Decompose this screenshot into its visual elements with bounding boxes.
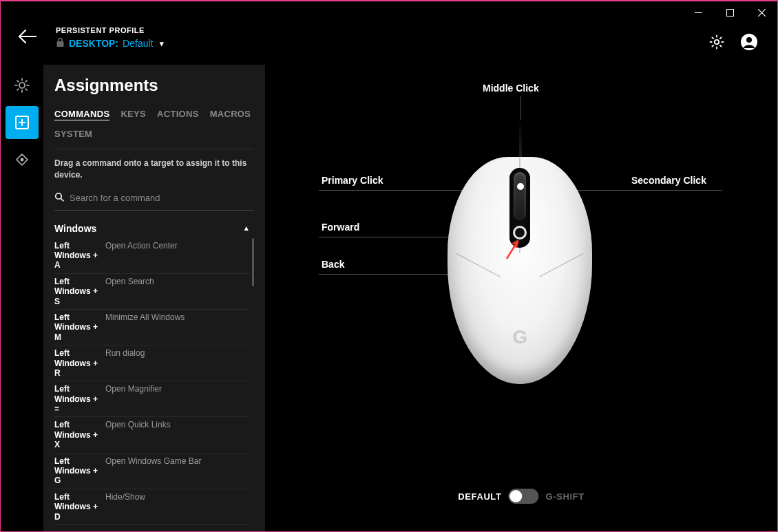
svg-rect-0 [695, 12, 702, 13]
command-item[interactable]: Left Windows + GOpen Windows Game Bar [54, 454, 250, 489]
profile-label: PERSISTENT PROFILE [56, 26, 777, 34]
tab-system[interactable]: SYSTEM [54, 129, 92, 139]
profile-name: Default [123, 38, 153, 49]
app-header: PERSISTENT PROFILE DESKTOP: Default ▾ [1, 23, 777, 65]
chevron-down-icon: ▾ [160, 39, 164, 48]
account-button[interactable] [740, 33, 758, 51]
toggle-switch[interactable] [508, 489, 538, 504]
svg-point-5 [746, 37, 752, 43]
gshift-toggle: DEFAULT G-SHIFT [458, 489, 584, 504]
search-input[interactable] [70, 193, 254, 203]
annotation-arrow [503, 235, 523, 264]
label-primary-click[interactable]: Primary Click [322, 175, 383, 186]
command-item[interactable]: Left Windows + DHide/Show [54, 489, 250, 525]
rail-lighting[interactable] [6, 69, 39, 102]
profile-selector[interactable]: DESKTOP: Default ▾ [56, 37, 777, 50]
toggle-label-gshift: G-SHIFT [545, 491, 584, 502]
command-item[interactable]: Left Windows + RRun dialog [54, 345, 250, 381]
svg-rect-1 [726, 9, 733, 16]
callout-line [319, 274, 458, 275]
section-header[interactable]: Windows ▴ [54, 220, 254, 238]
rail-sensitivity[interactable] [6, 143, 39, 176]
settings-button[interactable] [708, 34, 725, 50]
lock-icon [56, 37, 65, 50]
header-actions [708, 33, 758, 51]
command-item[interactable]: Left Windows + MMinimize All Windows [54, 310, 250, 345]
label-forward[interactable]: Forward [322, 222, 359, 233]
panel-title: Assignments [54, 76, 254, 95]
maximize-button[interactable] [714, 1, 746, 23]
close-button[interactable] [746, 1, 777, 23]
search-bar [54, 189, 254, 211]
marker-middle[interactable] [517, 183, 524, 190]
main-area: Assignments COMMANDS KEYS ACTIONS MACROS… [1, 65, 777, 531]
minimize-button[interactable] [682, 1, 714, 23]
tab-macros[interactable]: MACROS [210, 109, 251, 119]
command-item[interactable]: Left Windows + XOpen Quick Links [54, 417, 250, 453]
callout-line [319, 237, 458, 237]
label-secondary-click[interactable]: Secondary Click [631, 175, 706, 186]
command-item[interactable]: Left Windows + SOpen Search [54, 274, 250, 310]
callout-line [521, 96, 521, 120]
panel-hint: Drag a command onto a target to assign i… [54, 158, 254, 181]
mouse-cable [519, 120, 522, 158]
command-list[interactable]: Left Windows + AOpen Action Center Left … [54, 238, 254, 531]
svg-point-6 [19, 83, 25, 88]
search-icon [54, 192, 64, 204]
app-window: PERSISTENT PROFILE DESKTOP: Default ▾ [0, 0, 778, 532]
logitech-logo: G [513, 326, 527, 348]
assignments-panel: Assignments COMMANDS KEYS ACTIONS MACROS… [43, 65, 265, 531]
section-title: Windows [54, 223, 96, 234]
scroll-wheel[interactable] [514, 172, 526, 220]
label-middle-click[interactable]: Middle Click [483, 83, 539, 94]
chevron-up-icon: ▴ [244, 224, 249, 233]
panel-tabs: COMMANDS KEYS ACTIONS MACROS SYSTEM [54, 109, 254, 149]
window-titlebar [1, 1, 777, 23]
svg-point-3 [715, 40, 719, 44]
side-rail [1, 65, 43, 531]
tab-commands[interactable]: COMMANDS [54, 109, 109, 119]
toggle-label-default: DEFAULT [458, 491, 501, 502]
mouse-illustration: G [448, 157, 592, 384]
label-back[interactable]: Back [322, 259, 344, 270]
command-item[interactable]: Left Windows + AOpen Action Center [54, 238, 250, 274]
tab-keys[interactable]: KEYS [120, 109, 146, 119]
tab-actions[interactable]: ACTIONS [157, 109, 199, 119]
svg-point-8 [21, 158, 23, 160]
rail-assignments[interactable] [6, 106, 39, 139]
profile-prefix: DESKTOP: [69, 38, 118, 49]
command-item[interactable]: Left Windows + =Open Magnifier [54, 381, 250, 417]
svg-rect-2 [57, 41, 64, 47]
back-button[interactable] [17, 29, 36, 47]
device-canvas: Middle Click Primary Click Secondary Cli… [265, 65, 777, 531]
